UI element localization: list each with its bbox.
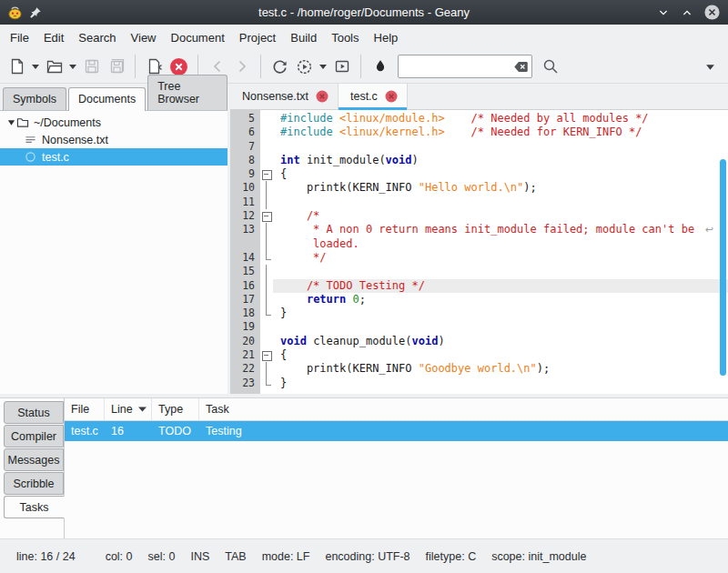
code-line-16[interactable]: 16 /* TODO Testing */ [230, 279, 728, 293]
panel-tab-tasks[interactable]: Tasks [4, 496, 65, 518]
document-tab-nonsense-txt[interactable]: Nonsense.txt [230, 84, 339, 109]
close-icon[interactable] [703, 4, 721, 21]
titlebar[interactable]: test.c - /home/roger/Documents - Geany [0, 0, 728, 25]
fold-margin[interactable] [260, 348, 273, 362]
close-tab-icon[interactable] [316, 90, 329, 103]
minimize-icon[interactable] [656, 5, 671, 20]
token: void [280, 335, 307, 347]
document-tab-test-c[interactable]: test.c [339, 84, 408, 109]
sidebar-tab-tree-browser[interactable]: Tree Browser [147, 75, 228, 110]
column-header-task[interactable]: Task [199, 398, 728, 420]
code-line-5[interactable]: 5#include <linux/module.h> /* Needed by … [230, 112, 728, 126]
toolbar-separator [360, 55, 361, 78]
code-line-10[interactable]: 10 printk(KERN_INFO "Hello world.\n"); [230, 181, 728, 195]
menu-document[interactable]: Document [164, 26, 232, 49]
code-line-8[interactable]: 8int init_module(void) [230, 154, 728, 167]
save-button[interactable] [79, 54, 104, 79]
line-number: 17 [230, 293, 260, 307]
close-tab-icon[interactable] [385, 90, 398, 103]
run-button[interactable] [329, 54, 354, 79]
code-line-18[interactable]: 18} [230, 307, 728, 320]
tasks-table: FileLineTypeTask test.c16TODOTesting [65, 398, 728, 538]
line-number: 10 [230, 181, 260, 195]
code-line-23[interactable]: 23} [230, 377, 728, 390]
toolbar [0, 50, 728, 84]
code-line-wrap[interactable]: loaded. [230, 237, 728, 251]
menu-build[interactable]: Build [283, 26, 324, 49]
pin-icon[interactable] [29, 6, 42, 19]
column-header-line[interactable]: Line [105, 398, 152, 420]
token: printk(KERN_INFO [280, 181, 419, 194]
column-header-type[interactable]: Type [152, 398, 199, 420]
line-number: 8 [230, 154, 260, 167]
panel-tab-compiler[interactable]: Compiler [4, 425, 64, 447]
menu-search[interactable]: Search [71, 26, 123, 49]
code-editor[interactable]: 5#include <linux/module.h> /* Needed by … [230, 110, 728, 394]
token: ; [359, 293, 366, 306]
code-line-6[interactable]: 6#include <linux/kernel.h> /* Needed for… [230, 126, 728, 139]
fold-margin[interactable] [260, 209, 273, 223]
menu-help[interactable]: Help [367, 26, 406, 49]
tree-item-nonsense-txt[interactable]: Nonsense.txt [0, 131, 228, 148]
panel-tab-status[interactable]: Status [4, 401, 64, 424]
code-line-15[interactable]: 15 [230, 265, 728, 278]
code-text: } [273, 377, 728, 390]
expander-icon[interactable] [7, 118, 16, 126]
task-cell: test.c [65, 421, 105, 441]
menu-tools[interactable]: Tools [324, 26, 366, 49]
menu-view[interactable]: View [124, 26, 164, 49]
code-line-21[interactable]: 21{ [230, 348, 728, 362]
line-number: 6 [230, 126, 260, 139]
code-line-20[interactable]: 20void cleanup_module(void) [230, 335, 728, 348]
new-document-menu-button[interactable] [29, 54, 42, 79]
code-line-12[interactable]: 12 /* [230, 209, 728, 223]
column-header-file[interactable]: File [65, 398, 105, 420]
token: /* Needed by all modules */ [471, 112, 649, 125]
menu-edit[interactable]: Edit [36, 26, 71, 49]
compile-button[interactable] [268, 54, 292, 79]
code-line-14[interactable]: 14 */ [230, 251, 728, 265]
token [445, 126, 471, 138]
menu-project[interactable]: Project [232, 26, 283, 49]
build-button[interactable] [292, 54, 317, 79]
line-number [230, 237, 260, 251]
panel-tab-messages[interactable]: Messages [4, 448, 64, 471]
panel-tab-scribble[interactable]: Scribble [4, 472, 64, 495]
line-number: 22 [230, 362, 260, 376]
editor-scrollbar-thumb[interactable] [720, 159, 726, 376]
open-file-menu-button[interactable] [66, 54, 79, 79]
code-line-11[interactable]: 11 [230, 196, 728, 209]
new-document-button[interactable] [5, 54, 29, 79]
code-text: printk(KERN_INFO "Hello world.\n"); [273, 181, 728, 195]
code-line-19[interactable]: 19 [230, 320, 728, 334]
token: ) [412, 154, 419, 166]
find-button[interactable] [538, 54, 562, 79]
code-line-22[interactable]: 22 printk(KERN_INFO "Goodbye world.\n"); [230, 362, 728, 376]
maximize-icon[interactable] [680, 5, 694, 20]
code-line-7[interactable]: 7 [230, 140, 728, 154]
code-line-13[interactable]: 13 * A non 0 return means init_module fa… [230, 223, 728, 236]
document-tabs: Nonsense.txttest.c [230, 84, 728, 110]
sidebar-tab-symbols[interactable]: Symbols [3, 87, 66, 110]
color-chooser-button[interactable] [368, 54, 392, 79]
save-all-button[interactable] [104, 54, 128, 79]
code-line-9[interactable]: 9{ [230, 167, 728, 181]
search-input[interactable] [404, 60, 513, 74]
open-file-button[interactable] [42, 54, 66, 79]
code-text [273, 140, 728, 154]
menu-file[interactable]: File [3, 26, 36, 49]
tree-item-documents[interactable]: ~/Documents [0, 114, 228, 131]
clear-search-icon[interactable] [513, 60, 529, 74]
build-menu-button[interactable] [317, 54, 329, 79]
token: init_module( [300, 154, 386, 166]
message-window: StatusCompilerMessagesScribbleTasks File… [0, 397, 728, 538]
fold-margin[interactable] [260, 167, 273, 181]
task-row[interactable]: test.c16TODOTesting [65, 421, 728, 441]
code-line-17[interactable]: 17 return 0; [230, 293, 728, 307]
sidebar-tab-documents[interactable]: Documents [68, 87, 146, 111]
navigate-forward-button[interactable] [229, 54, 254, 79]
token: { [280, 348, 287, 361]
overflow-menu-button[interactable] [703, 54, 716, 79]
tree-item-test-c[interactable]: test.c [0, 148, 228, 166]
status-scope: scope: init_module [491, 550, 586, 563]
